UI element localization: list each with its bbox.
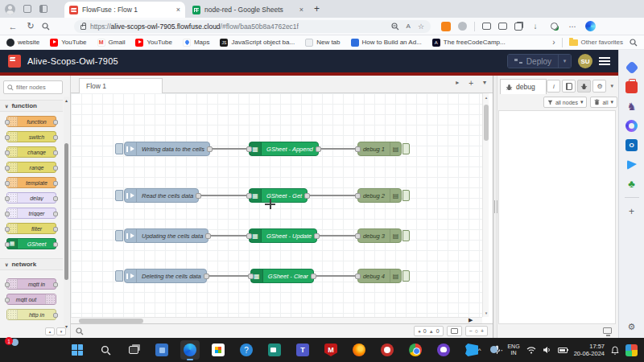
zoom-reset-button[interactable]: ○ — [475, 328, 478, 334]
port[interactable] — [53, 120, 58, 125]
zoom-out-page-icon[interactable] — [391, 23, 399, 31]
mcafee-icon[interactable]: M — [321, 340, 341, 360]
input-port[interactable] — [246, 233, 252, 239]
debug-toggle-button[interactable] — [402, 270, 410, 282]
palette-filter-input[interactable] — [16, 84, 55, 91]
tab-google-sheets[interactable]: node-red - Google Sheets × — [188, 2, 308, 18]
port[interactable] — [53, 181, 58, 186]
collections-icon[interactable] — [514, 23, 522, 31]
port[interactable] — [5, 196, 10, 201]
back-icon[interactable]: ← — [6, 22, 19, 31]
scroll-down-icon[interactable]: ▾ — [483, 311, 489, 315]
wire[interactable] — [316, 275, 355, 277]
navigator-map-button[interactable] — [447, 326, 462, 336]
palette-node-change[interactable]: change — [6, 146, 56, 158]
sidebar-resize-handle[interactable] — [493, 76, 497, 338]
github-desktop-icon[interactable] — [434, 340, 453, 360]
palette-scrollbar[interactable]: ▴ ▾ — [64, 97, 69, 330]
tab-actions-icon[interactable] — [39, 5, 47, 13]
port[interactable] — [5, 212, 10, 216]
scroll-up-icon[interactable]: ▴ — [483, 95, 489, 100]
workspaces-icon[interactable] — [23, 5, 31, 13]
taskbar-search-icon[interactable] — [96, 340, 115, 360]
canvas-horizontal-scrollbar[interactable] — [71, 317, 482, 323]
palette-category-function[interactable]: ∨ function — [0, 100, 63, 112]
port[interactable] — [53, 166, 58, 171]
bookmarks-overflow-icon[interactable]: › — [552, 38, 555, 47]
output-port[interactable] — [196, 193, 201, 199]
open-debug-window-icon[interactable] — [603, 327, 612, 334]
inject-button[interactable] — [115, 143, 123, 154]
node-app-icon[interactable] — [152, 340, 171, 360]
close-tab-icon[interactable]: × — [176, 6, 180, 14]
other-favorites-button[interactable]: Other favorites — [569, 39, 623, 46]
sidebar-tab-debug[interactable]: debug — [500, 79, 547, 94]
config-tab-icon[interactable]: ⚙ — [592, 80, 606, 93]
input-port[interactable] — [246, 146, 252, 152]
debug-messages-panel[interactable] — [498, 110, 616, 324]
bookmark-how-to-build[interactable]: How to Build an Ad... — [351, 39, 422, 47]
browser-essentials-icon[interactable] — [548, 21, 559, 32]
palette-node-switch[interactable]: switch — [6, 131, 56, 142]
port[interactable] — [5, 135, 10, 140]
bookmark-youtube[interactable]: YouTube — [50, 39, 86, 47]
output-port[interactable] — [316, 146, 321, 152]
close-tab-icon[interactable]: × — [299, 6, 303, 14]
clear-debug-button[interactable]: all ▾ — [590, 97, 617, 108]
port[interactable] — [5, 120, 10, 125]
bookmark-new-tab[interactable]: New tab — [305, 39, 340, 47]
clock[interactable]: 17:5720-06-2024 — [574, 343, 605, 358]
output-port[interactable] — [304, 193, 310, 199]
more-tabs-icon[interactable]: ▾ — [610, 83, 613, 89]
palette-node-trigger[interactable]: trigger — [6, 208, 56, 219]
toolbox-icon[interactable] — [625, 81, 638, 93]
scrollbar-thumb[interactable] — [64, 143, 68, 280]
get-help-icon[interactable]: ? — [237, 340, 256, 360]
flow-list-icon[interactable]: ▾ — [483, 79, 486, 88]
port[interactable] — [53, 212, 58, 216]
port[interactable] — [53, 242, 58, 247]
output-port[interactable] — [207, 146, 213, 152]
inject-node[interactable]: Writing data to the cells — [124, 142, 210, 156]
copilot-ring-icon[interactable] — [625, 120, 638, 132]
input-port[interactable] — [355, 193, 361, 199]
inject-node[interactable]: Read the cells data — [124, 188, 199, 203]
inject-node[interactable]: Deleting the cells data — [124, 269, 207, 283]
expand-all-button[interactable]: ▾ — [56, 327, 66, 335]
wire[interactable] — [211, 235, 246, 237]
debug-node[interactable]: debug 1 ▤ — [357, 142, 402, 156]
port[interactable] — [53, 313, 58, 318]
port[interactable] — [53, 150, 58, 155]
port[interactable] — [5, 282, 10, 287]
copilot-icon[interactable] — [585, 21, 596, 31]
inject-button[interactable] — [115, 270, 123, 282]
inject-node[interactable]: Updating the cells data — [124, 228, 208, 243]
port[interactable] — [53, 135, 58, 140]
palette-node-gsheet[interactable]: ▦GSheet — [6, 238, 56, 249]
port[interactable] — [5, 166, 10, 171]
zoom-in-button[interactable]: + — [481, 328, 484, 334]
input-port[interactable] — [355, 146, 361, 152]
output-port[interactable] — [311, 274, 316, 279]
filter-nodes-button[interactable]: all nodes ▾ — [543, 97, 588, 108]
bookmark-website[interactable]: website — [6, 39, 39, 47]
gsheet-node[interactable]: ▦ GSheet - Update — [249, 228, 317, 243]
teams-icon[interactable]: T — [293, 340, 312, 360]
read-aloud-icon[interactable]: A — [407, 23, 411, 31]
zoom-out-button[interactable]: − — [469, 328, 473, 334]
debug-toggle-button[interactable] — [402, 143, 410, 154]
flow-canvas[interactable]: Writing data to the cells ▦ GSheet - App… — [71, 93, 482, 317]
port[interactable] — [5, 181, 10, 186]
start-button[interactable] — [68, 340, 87, 360]
collapse-all-button[interactable]: ▴ — [45, 327, 55, 335]
gsheet-node[interactable]: ▦ GSheet - Append — [249, 142, 319, 156]
gsheet-node[interactable]: ▦ GSheet - Get — [249, 188, 308, 203]
debug-tab-icon[interactable] — [577, 80, 591, 93]
language-indicator[interactable]: ENGIN — [507, 343, 519, 356]
tab-scroll-icon[interactable]: ▸ — [456, 79, 459, 88]
sidebar-settings-icon[interactable]: ⚙ — [625, 321, 638, 333]
wire[interactable] — [201, 195, 246, 196]
palette-node-delay[interactable]: delay — [6, 192, 56, 204]
microsoft-store-icon[interactable] — [208, 340, 228, 360]
volume-icon[interactable] — [543, 346, 551, 354]
